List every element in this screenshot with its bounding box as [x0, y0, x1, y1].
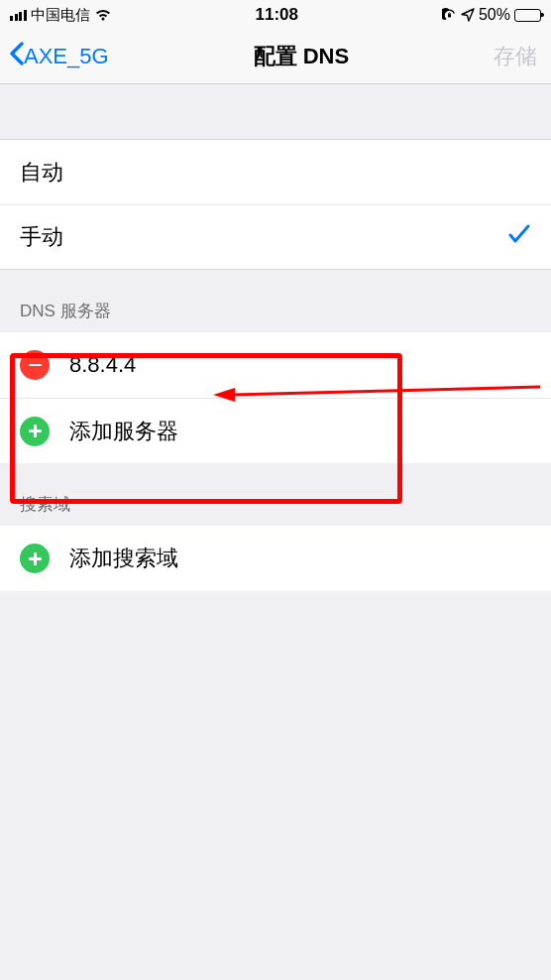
dns-servers-group: 8.8.4.4 添加服务器 — [0, 332, 551, 463]
remove-button[interactable] — [20, 350, 50, 380]
status-time: 11:08 — [255, 5, 297, 25]
plus-icon — [29, 552, 42, 565]
battery-percent: 50% — [479, 6, 510, 24]
back-label: AXE_5G — [24, 44, 109, 69]
back-button[interactable]: AXE_5G — [8, 41, 109, 72]
dns-server-row[interactable]: 8.8.4.4 — [0, 332, 551, 398]
search-domains-group: 添加搜索域 — [0, 526, 551, 591]
add-button[interactable] — [20, 417, 50, 446]
add-dns-server-label: 添加服务器 — [69, 417, 178, 446]
mode-manual-row[interactable]: 手动 — [0, 204, 551, 270]
location-icon — [461, 8, 475, 22]
status-left: 中国电信 — [10, 6, 112, 25]
mode-auto-label: 自动 — [20, 158, 63, 187]
nav-bar: AXE_5G 配置 DNS 存储 — [0, 30, 551, 84]
save-button[interactable]: 存储 — [494, 42, 543, 71]
status-bar: 中国电信 11:08 50% — [0, 0, 551, 30]
mode-manual-label: 手动 — [20, 222, 63, 252]
dns-server-value[interactable]: 8.8.4.4 — [69, 352, 136, 378]
add-search-domain-row[interactable]: 添加搜索域 — [0, 526, 551, 591]
chevron-left-icon — [8, 41, 24, 72]
add-dns-server-row[interactable]: 添加服务器 — [0, 398, 551, 463]
plus-icon — [29, 425, 42, 437]
rotation-lock-icon — [442, 8, 457, 23]
minus-icon — [29, 364, 42, 367]
battery-icon — [514, 9, 541, 22]
signal-icon — [10, 10, 27, 21]
checkmark-icon — [507, 223, 531, 251]
dns-mode-group: 自动 手动 — [0, 139, 551, 270]
mode-auto-row[interactable]: 自动 — [0, 139, 551, 204]
add-search-domain-label: 添加搜索域 — [69, 544, 178, 573]
dns-section-header: DNS 服务器 — [0, 270, 551, 332]
wifi-icon — [94, 8, 112, 22]
svg-rect-0 — [448, 14, 451, 18]
page-title: 配置 DNS — [254, 42, 350, 71]
search-domain-section-header: 搜索域 — [0, 463, 551, 526]
carrier-label: 中国电信 — [31, 6, 90, 25]
status-right: 50% — [442, 6, 541, 24]
add-button[interactable] — [20, 544, 50, 573]
